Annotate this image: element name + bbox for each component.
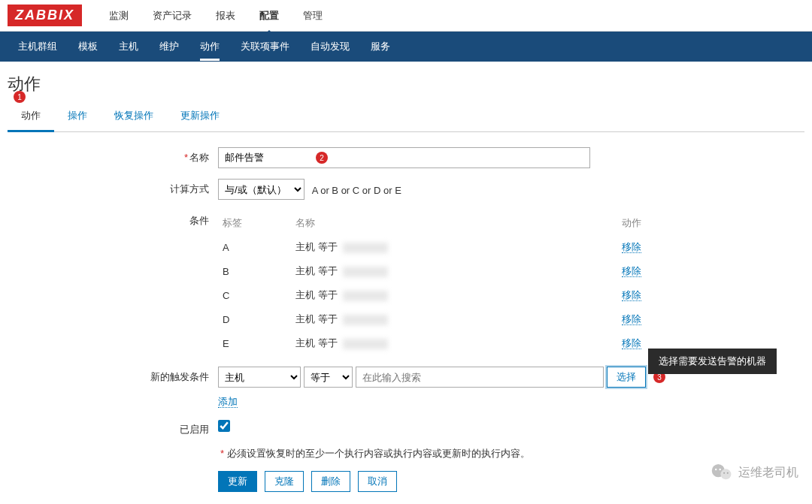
remove-condition-link[interactable]: 移除 [622,241,641,253]
select-button[interactable]: 选择 [607,367,646,388]
condition-row: C主机 等于 移除 [220,284,664,306]
topnav-item-0[interactable]: 监测 [109,2,129,30]
name-input[interactable] [218,147,590,168]
cond-tag: B [220,260,291,282]
enabled-checkbox[interactable] [218,420,230,432]
svg-point-4 [723,472,725,474]
subnav-item-3[interactable]: 维护 [159,32,179,61]
cancel-button[interactable]: 取消 [358,471,397,492]
subnav-item-1[interactable]: 模板 [78,32,98,61]
topnav-item-3[interactable]: 配置 [259,2,279,30]
tab-2[interactable]: 恢复操作 [101,101,167,131]
detail-tabs: 动作操作恢复操作更新操作 [8,101,804,132]
annotation-badge-1: 1 [14,91,26,103]
th-action: 动作 [619,212,664,234]
cond-tag: D [220,308,291,330]
topnav-item-4[interactable]: 管理 [303,2,323,30]
svg-point-5 [727,472,729,474]
topnav-item-1[interactable]: 资产记录 [153,2,192,30]
subnav-item-7[interactable]: 服务 [371,32,390,61]
calc-expression: A or B or C or D or E [312,185,401,196]
remove-condition-link[interactable]: 移除 [622,313,641,325]
calc-select[interactable]: 与/或（默认） [218,179,304,200]
label-new-condition: 新的触发条件 [8,367,218,384]
row-name: *名称 2 [8,147,804,168]
subnav-item-4[interactable]: 动作 [200,32,220,61]
svg-point-3 [719,469,720,470]
newcond-op-select[interactable]: 等于 [304,367,353,388]
condition-row: B主机 等于 移除 [220,260,664,282]
label-enabled: 已启用 [8,419,218,436]
cond-name: 主机 等于 [292,332,617,355]
top-nav: ZABBIX 监测资产记录报表配置管理 [0,0,812,32]
cond-name: 主机 等于 [292,308,617,330]
subnav-item-2[interactable]: 主机 [119,32,138,61]
subnav-item-5[interactable]: 关联项事件 [241,32,289,61]
tab-1[interactable]: 操作 [54,101,101,131]
cond-tag: A [220,236,291,258]
cond-name: 主机 等于 [292,236,617,258]
remove-condition-link[interactable]: 移除 [622,265,641,277]
subnav-item-6[interactable]: 自动发现 [311,32,350,61]
tab-3[interactable]: 更新操作 [167,101,233,131]
cond-name: 主机 等于 [292,260,617,282]
condition-row: A主机 等于 移除 [220,236,664,258]
th-tag: 标签 [220,212,291,234]
row-warning: * 必须设置恢复时的至少一个执行内容或执行内容或更新时的执行内容。 [8,447,804,460]
delete-button[interactable]: 删除 [311,471,350,492]
row-calc: 计算方式 与/或（默认） A or B or C or D or E [8,179,804,200]
watermark-text: 运维老司机 [738,465,798,481]
cond-tag: E [220,332,291,355]
label-conditions: 条件 [8,210,218,228]
newcond-type-select[interactable]: 主机 [218,367,301,388]
svg-point-1 [720,469,731,479]
row-conditions: 条件 标签 名称 动作 A主机 等于 移除B主机 等于 移除C主机 等于 移除D… [8,210,804,356]
remove-condition-link[interactable]: 移除 [622,337,641,349]
condition-row: D主机 等于 移除 [220,308,664,330]
clone-button[interactable]: 克隆 [265,471,304,492]
cond-name: 主机 等于 [292,284,617,306]
watermark: 运维老司机 [711,463,798,481]
annotation-badge-2: 2 [316,152,328,164]
page-title: 动作 [8,73,41,95]
tooltip: 选择需要发送告警的机器 [648,349,777,374]
subnav-item-0[interactable]: 主机群组 [18,32,57,61]
sub-nav: 主机群组模板主机维护动作关联项事件自动发现服务 [0,32,812,62]
condition-row: E主机 等于 移除 [220,332,664,355]
label-calc: 计算方式 [8,179,218,196]
warning-text: 必须设置恢复时的至少一个执行内容或执行内容或更新时的执行内容。 [227,448,530,459]
topnav-item-2[interactable]: 报表 [216,2,235,30]
th-name: 名称 [292,212,617,234]
remove-condition-link[interactable]: 移除 [622,289,641,301]
tab-0[interactable]: 动作 [8,101,54,132]
add-condition-link[interactable]: 添加 [218,396,238,408]
row-enabled: 已启用 [8,419,804,436]
update-button[interactable]: 更新 [218,471,257,492]
cond-tag: C [220,284,291,306]
svg-point-2 [715,469,717,470]
label-name: *名称 [8,147,218,164]
newcond-search-input[interactable] [356,367,604,388]
wechat-icon [711,463,732,481]
conditions-table: 标签 名称 动作 A主机 等于 移除B主机 等于 移除C主机 等于 移除D主机 … [218,210,665,356]
logo: ZABBIX [8,5,82,26]
page-body: 动作 1 动作操作恢复操作更新操作 *名称 2 计算方式 与/或（默认） A o… [0,62,812,503]
